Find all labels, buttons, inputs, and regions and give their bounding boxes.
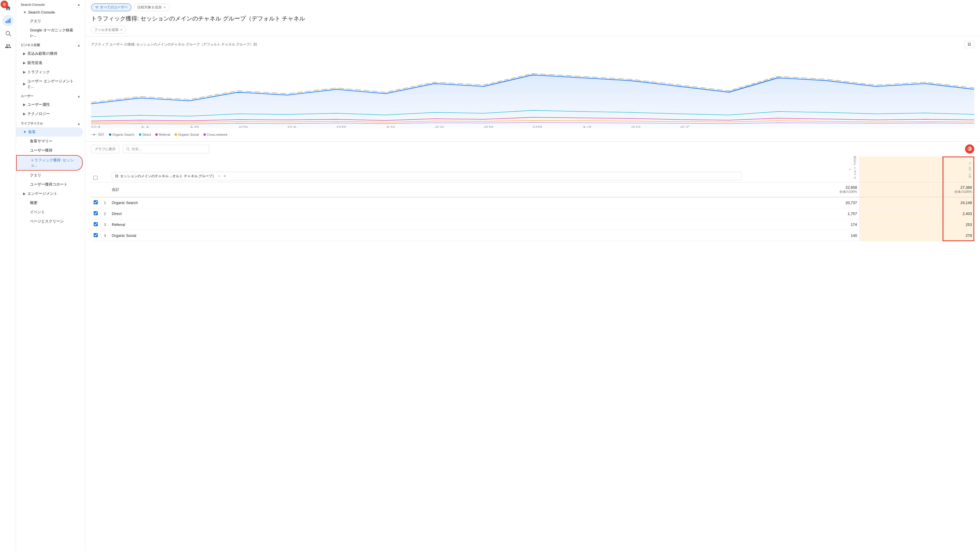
chart-day-button[interactable]: 日 bbox=[964, 41, 974, 48]
svg-point-23 bbox=[93, 134, 95, 135]
sidebar-item-queries2[interactable]: クエリ bbox=[16, 171, 83, 180]
svg-rect-0 bbox=[5, 21, 6, 23]
svg-text:20: 20 bbox=[631, 125, 640, 128]
row2-active-users: 1,757 bbox=[744, 208, 859, 219]
table-row: 4 Organic Social 140 279 bbox=[91, 230, 974, 241]
row4-active-users: 140 bbox=[744, 230, 859, 241]
total-row: 合計 22,858 全体の100% 27,368 全体の100% bbox=[91, 183, 974, 197]
home-icon-item[interactable]: ① bbox=[2, 2, 14, 14]
filter-icon bbox=[95, 5, 99, 10]
row2-rank: 2 bbox=[100, 208, 110, 219]
chevron-up-icon-lifecycle: ▲ bbox=[77, 122, 80, 125]
sidebar-item-google-organic[interactable]: Google オーガニック検索レ... bbox=[16, 25, 83, 40]
referral-dot bbox=[155, 133, 158, 136]
sidebar: Search Console ▲ ▼ Search Console クエリ Go… bbox=[16, 0, 85, 551]
search-icon bbox=[5, 30, 11, 37]
sidebar-item-overview[interactable]: 概要 bbox=[16, 198, 83, 208]
legend-organic-social: Organic Social bbox=[175, 133, 199, 136]
sidebar-item-traffic[interactable]: ▶ トラフィック bbox=[16, 67, 83, 77]
svg-point-24 bbox=[127, 148, 129, 150]
svg-rect-27 bbox=[117, 175, 118, 176]
row3-checkbox-cell[interactable] bbox=[91, 219, 100, 230]
sessions-label: セッション bbox=[968, 164, 972, 180]
svg-text:06: 06 bbox=[533, 125, 542, 128]
sidebar-item-pages-screens[interactable]: ページとスクリーン bbox=[16, 217, 83, 226]
search-console-icon-item[interactable] bbox=[2, 28, 14, 39]
sidebar-item-technology[interactable]: ▶ テクノロジー bbox=[16, 109, 83, 118]
sidebar-item-acquisition[interactable]: ▼ 集客 bbox=[16, 127, 83, 137]
sidebar-item-sales[interactable]: ▶ 販売促進 bbox=[16, 58, 83, 67]
svg-line-25 bbox=[129, 150, 130, 151]
add-filter-button[interactable]: フィルタを追加 ＋ bbox=[91, 26, 126, 34]
row4-channel: Organic Social bbox=[110, 230, 744, 241]
row1-channel: Organic Search bbox=[110, 197, 744, 208]
svg-text:15: 15 bbox=[385, 125, 395, 128]
total-label-cell: 合計 bbox=[110, 183, 744, 197]
row4-sessions: 279 bbox=[859, 230, 974, 241]
col-channel-header: セッションのメインのチャネル ...オルト チャネル グループ） ＋ bbox=[110, 157, 744, 183]
svg-text:29: 29 bbox=[484, 125, 493, 128]
all-users-chip[interactable]: すべてのユーザー bbox=[91, 3, 131, 11]
search-box[interactable]: 検索... bbox=[123, 145, 209, 153]
sidebar-item-traffic-acquisition[interactable]: トラフィック獲得: セッショ... bbox=[16, 155, 83, 171]
organic-social-dot bbox=[175, 133, 177, 136]
audience-icon-item[interactable] bbox=[2, 40, 14, 52]
legend-organic-search: Organic Search bbox=[109, 133, 134, 136]
sidebar-item-user-engagement[interactable]: ▶ ユーザー エンゲージメントと... bbox=[16, 77, 83, 91]
icon-bar: ① bbox=[0, 0, 16, 551]
table-icon bbox=[115, 174, 118, 178]
sidebar-item-user-acquisition[interactable]: ユーザー獲得 bbox=[16, 146, 83, 155]
badge-3: ③ bbox=[965, 144, 974, 154]
legend-total: 合計 bbox=[91, 132, 104, 137]
sidebar-item-acquisition-summary[interactable]: 集客サマリー bbox=[16, 137, 83, 146]
plus-icon-col[interactable]: ＋ bbox=[223, 173, 227, 179]
chart-area: アクティブ ユーザー の推移: セッションのメインのチャネル グループ（デフォル… bbox=[85, 36, 980, 141]
legend-direct: Direct bbox=[139, 133, 151, 136]
plus-icon: ＋ bbox=[163, 5, 166, 10]
col-rank bbox=[100, 157, 110, 183]
row1-checkbox[interactable] bbox=[94, 200, 98, 204]
data-table: セッションのメインのチャネル ...オルト チャネル グループ） ＋ アクティブ… bbox=[91, 157, 974, 241]
col-checkbox bbox=[91, 157, 100, 183]
row4-checkbox-cell[interactable] bbox=[91, 230, 100, 241]
analytics-icon-item[interactable] bbox=[2, 15, 14, 27]
total-sessions-cell: 27,368 全体の100% bbox=[859, 183, 974, 197]
total-rank-cell bbox=[100, 183, 110, 197]
chevron-icon: ▼ bbox=[23, 10, 27, 14]
sidebar-item-search-console[interactable]: ▼ Search Console bbox=[16, 8, 83, 16]
svg-text:18: 18 bbox=[189, 125, 199, 128]
chart-header: アクティブ ユーザー の推移: セッションのメインのチャネル グループ（デフォル… bbox=[91, 41, 974, 48]
svg-text:01: 01 bbox=[287, 125, 297, 128]
column-selector-button[interactable]: セッションのメインのチャネル ...オルト チャネル グループ） ＋ bbox=[112, 172, 742, 180]
sort-down-icon bbox=[848, 168, 852, 171]
row2-checkbox-cell[interactable] bbox=[91, 208, 100, 219]
svg-text:04: 04 bbox=[91, 125, 101, 128]
svg-line-4 bbox=[9, 35, 11, 36]
total-checkbox-cell bbox=[91, 183, 100, 197]
sidebar-item-engagement[interactable]: ▶ エンゲージメント bbox=[16, 189, 83, 198]
sidebar-item-queries[interactable]: クエリ bbox=[16, 16, 83, 25]
col-active-users-header: アクティブユーザー bbox=[744, 157, 859, 183]
sidebar-item-user-cohort[interactable]: ユーザー獲得コホート bbox=[16, 180, 83, 189]
select-all-checkbox[interactable] bbox=[93, 176, 97, 180]
row1-checkbox-cell[interactable] bbox=[91, 197, 100, 208]
sidebar-item-events[interactable]: イベント bbox=[16, 208, 83, 217]
row3-sessions: 253 bbox=[859, 219, 974, 230]
chevron-up-icon-biz: ▲ bbox=[77, 43, 80, 47]
svg-text:13: 13 bbox=[582, 125, 592, 128]
show-in-chart-button[interactable]: グラフに表示 bbox=[91, 145, 119, 153]
add-compare-button[interactable]: 比較対象を追加 ＋ bbox=[134, 3, 170, 11]
page-title: トラフィック獲得: セッションのメインのチャネル グループ（デフォルト チャネル bbox=[91, 14, 974, 24]
sidebar-item-prospects[interactable]: ▶ 見込み顧客の獲得 bbox=[16, 49, 83, 58]
row2-checkbox[interactable] bbox=[94, 211, 98, 215]
row3-checkbox[interactable] bbox=[94, 222, 98, 226]
svg-text:08: 08 bbox=[336, 125, 346, 128]
audience-icon bbox=[5, 43, 11, 49]
row1-rank: 1 bbox=[100, 197, 110, 208]
cross-network-dot bbox=[204, 133, 206, 136]
row4-checkbox[interactable] bbox=[94, 233, 98, 237]
chart-legend: 合計 Organic Search Direct Referral Organi… bbox=[91, 132, 974, 137]
sidebar-item-user-attributes[interactable]: ▶ ユーザー属性 bbox=[16, 100, 83, 109]
svg-rect-28 bbox=[116, 176, 117, 178]
badge-1: ① bbox=[1, 1, 8, 8]
